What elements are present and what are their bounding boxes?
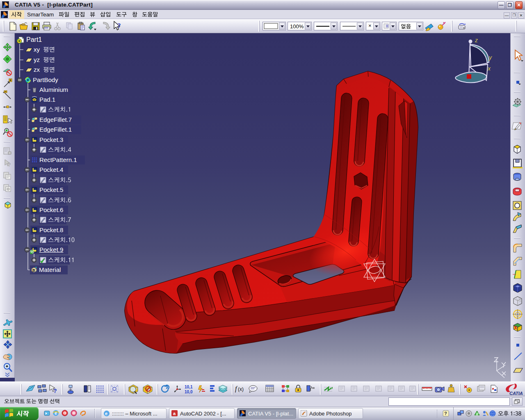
svg-text:CATIA: CATIA	[509, 391, 523, 396]
svg-text:?: ?	[8, 162, 11, 168]
svg-text:(x): (x)	[238, 386, 244, 392]
svg-text:z: z	[475, 37, 478, 43]
svg-text:?: ?	[117, 22, 121, 30]
svg-text:10,0: 10,0	[185, 390, 193, 394]
svg-text:10,1: 10,1	[185, 385, 193, 389]
svg-text:x: x	[487, 65, 491, 72]
svg-text:a: a	[173, 411, 176, 416]
svg-text:y: y	[488, 54, 492, 61]
svg-text:?: ?	[444, 411, 447, 416]
svg-text:B: B	[32, 268, 35, 272]
svg-text:f: f	[235, 385, 238, 393]
svg-text:?: ?	[53, 388, 57, 394]
